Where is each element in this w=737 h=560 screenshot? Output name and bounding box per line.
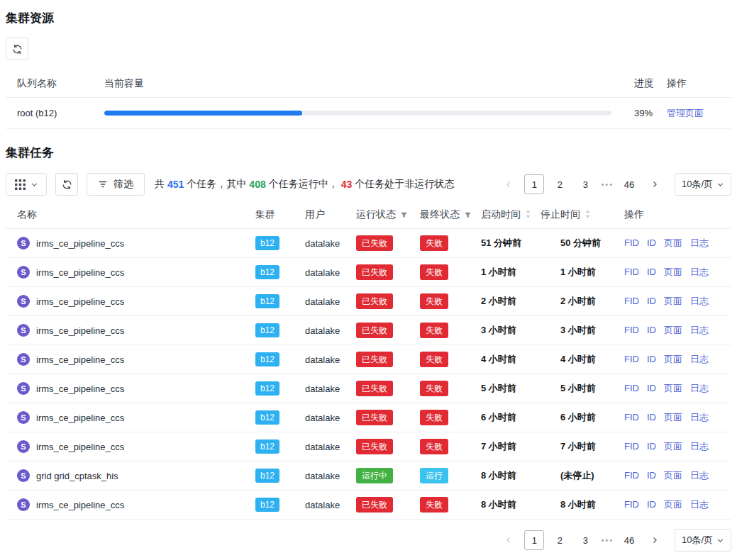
page-link[interactable]: 页面 bbox=[664, 412, 682, 422]
page-size-select[interactable]: 10条/页 bbox=[675, 173, 731, 196]
page-link[interactable]: 页面 bbox=[664, 470, 682, 481]
task-name: irms_ce_pipeline_ccs bbox=[36, 267, 124, 278]
id-link[interactable]: ID bbox=[647, 383, 656, 393]
fid-link[interactable]: FID bbox=[624, 383, 639, 393]
chevron-down-icon bbox=[31, 181, 38, 189]
pagination-top: 1 2 3 ••• 46 bbox=[499, 174, 665, 194]
cluster-tag: b12 bbox=[255, 381, 279, 396]
user-label: datalake bbox=[294, 491, 345, 520]
filter-button[interactable]: 筛选 bbox=[87, 173, 145, 196]
pagination-ellipsis: ••• bbox=[601, 536, 614, 544]
start-time: 51 分钟前 bbox=[470, 229, 529, 258]
page-button-2[interactable]: 2 bbox=[550, 174, 570, 194]
stop-time: 7 小时前 bbox=[529, 432, 613, 461]
id-link[interactable]: ID bbox=[647, 237, 656, 248]
fid-link[interactable]: FID bbox=[624, 354, 639, 364]
fid-link[interactable]: FID bbox=[624, 237, 639, 248]
fid-link[interactable]: FID bbox=[624, 325, 639, 335]
filter-funnel-icon[interactable] bbox=[464, 211, 472, 219]
page-size-value: 10条/页 bbox=[682, 178, 713, 191]
grid-icon bbox=[15, 179, 26, 190]
page-button-2[interactable]: 2 bbox=[550, 530, 570, 550]
run-status-badge: 已失败 bbox=[356, 352, 393, 367]
log-link[interactable]: 日志 bbox=[690, 325, 709, 335]
refresh-button[interactable] bbox=[6, 38, 28, 60]
page-link[interactable]: 页面 bbox=[664, 354, 682, 364]
manage-page-link[interactable]: 管理页面 bbox=[667, 108, 704, 118]
page-link[interactable]: 页面 bbox=[664, 499, 682, 510]
next-page-button[interactable] bbox=[645, 530, 665, 550]
id-link[interactable]: ID bbox=[647, 267, 656, 277]
avatar: S bbox=[17, 498, 30, 511]
id-link[interactable]: ID bbox=[647, 499, 656, 510]
user-label: datalake bbox=[294, 461, 345, 491]
task-name: irms_ce_pipeline_ccs bbox=[36, 354, 124, 365]
refresh-tasks-button[interactable] bbox=[55, 173, 78, 196]
log-link[interactable]: 日志 bbox=[690, 499, 709, 510]
chevron-right-icon bbox=[650, 536, 659, 544]
log-link[interactable]: 日志 bbox=[690, 267, 709, 277]
fid-link[interactable]: FID bbox=[624, 470, 639, 481]
page-link[interactable]: 页面 bbox=[664, 383, 682, 393]
cluster-resources-section: 集群资源 队列名称 当前容量 进度 操作 root (b12) bbox=[6, 10, 731, 129]
start-time: 7 小时前 bbox=[470, 432, 529, 461]
log-link[interactable]: 日志 bbox=[690, 354, 709, 364]
log-link[interactable]: 日志 bbox=[690, 470, 709, 481]
fid-link[interactable]: FID bbox=[624, 267, 639, 277]
column-config-button[interactable] bbox=[6, 173, 47, 196]
final-status-badge: 失败 bbox=[420, 439, 448, 454]
id-link[interactable]: ID bbox=[647, 470, 656, 481]
tasks-summary: 共 451 个任务，其中 408 个任务运行中， 43 个任务处于非运行状态 bbox=[155, 178, 454, 191]
page-link[interactable]: 页面 bbox=[664, 441, 682, 452]
page-button-3[interactable]: 3 bbox=[575, 530, 595, 550]
page-link[interactable]: 页面 bbox=[664, 296, 682, 306]
avatar: S bbox=[17, 295, 30, 308]
bottom-bar: 1 2 3 ••• 46 10条/页 bbox=[6, 529, 731, 551]
avatar: S bbox=[17, 440, 30, 453]
id-link[interactable]: ID bbox=[647, 354, 656, 364]
cluster-tasks-section: 集群任务 bbox=[6, 145, 731, 551]
run-status-badge: 已失败 bbox=[356, 264, 393, 280]
stop-time: 1 小时前 bbox=[529, 258, 613, 287]
page-size-select[interactable]: 10条/页 bbox=[675, 529, 731, 551]
page-button-1[interactable]: 1 bbox=[524, 174, 544, 194]
log-link[interactable]: 日志 bbox=[690, 412, 709, 422]
fid-link[interactable]: FID bbox=[624, 441, 639, 452]
log-link[interactable]: 日志 bbox=[690, 441, 709, 452]
fid-link[interactable]: FID bbox=[624, 412, 639, 422]
run-status-badge: 已失败 bbox=[356, 497, 393, 513]
id-link[interactable]: ID bbox=[647, 412, 656, 422]
fid-link[interactable]: FID bbox=[624, 296, 639, 306]
id-link[interactable]: ID bbox=[647, 441, 656, 452]
page-button-last[interactable]: 46 bbox=[619, 530, 639, 550]
log-link[interactable]: 日志 bbox=[690, 383, 709, 393]
sorter-icon[interactable] bbox=[584, 209, 591, 219]
start-time: 5 小时前 bbox=[470, 374, 529, 403]
sorter-icon[interactable] bbox=[525, 209, 531, 219]
log-link[interactable]: 日志 bbox=[690, 296, 709, 306]
chevron-left-icon bbox=[504, 180, 513, 189]
avatar: S bbox=[17, 382, 30, 395]
log-link[interactable]: 日志 bbox=[690, 237, 709, 248]
id-link[interactable]: ID bbox=[647, 296, 656, 306]
col-name: 名称 bbox=[6, 201, 244, 229]
col-queue-name: 队列名称 bbox=[6, 70, 93, 98]
page-button-last[interactable]: 46 bbox=[619, 174, 639, 194]
page-link[interactable]: 页面 bbox=[664, 267, 682, 277]
prev-page-button[interactable] bbox=[499, 174, 519, 194]
page-button-3[interactable]: 3 bbox=[575, 174, 595, 194]
fid-link[interactable]: FID bbox=[624, 499, 639, 510]
page-button-1[interactable]: 1 bbox=[524, 530, 544, 550]
task-name: irms_ce_pipeline_ccs bbox=[36, 413, 124, 423]
next-page-button[interactable] bbox=[645, 174, 665, 194]
final-status-badge: 失败 bbox=[420, 381, 448, 396]
page-link[interactable]: 页面 bbox=[664, 237, 682, 248]
final-status-badge: 失败 bbox=[420, 293, 448, 309]
user-label: datalake bbox=[294, 229, 345, 258]
start-time: 4 小时前 bbox=[470, 345, 529, 374]
id-link[interactable]: ID bbox=[647, 325, 656, 335]
filter-funnel-icon[interactable] bbox=[400, 211, 408, 219]
page-link[interactable]: 页面 bbox=[664, 325, 682, 335]
table-row: Sirms_ce_pipeline_ccs b12 datalake 已失败 失… bbox=[6, 491, 731, 520]
prev-page-button[interactable] bbox=[499, 530, 519, 550]
